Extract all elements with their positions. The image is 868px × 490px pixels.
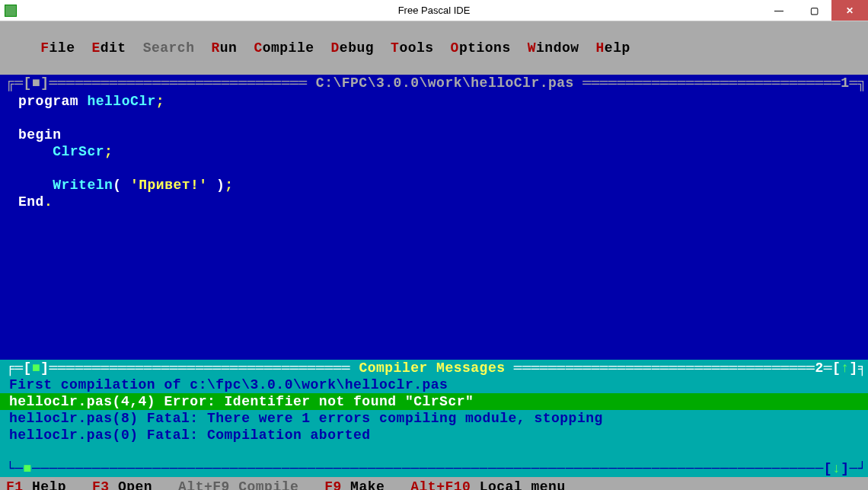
- compiler-error-line[interactable]: helloclr.pas(4,4) Error: Identifier not …: [0, 393, 868, 410]
- status-label: Local menu: [471, 479, 565, 490]
- menu-label: indow: [536, 40, 579, 56]
- editor-window[interactable]: ╔═[■]══════════════════════════════ C:\F…: [0, 75, 868, 360]
- menu-hotkey: O: [451, 40, 459, 56]
- status-label: Open: [110, 479, 153, 490]
- maximize-button[interactable]: ▢: [796, 0, 831, 21]
- token-kw: program: [18, 94, 87, 109]
- token-kw: ): [208, 178, 225, 193]
- status-item-open[interactable]: F3 Open: [92, 479, 152, 490]
- status-label: Make: [342, 479, 385, 490]
- menu-tools[interactable]: Tools: [391, 40, 434, 56]
- menu-label: ptions: [459, 40, 511, 56]
- code-line[interactable]: End.: [18, 194, 854, 210]
- token-call: Writeln: [53, 178, 113, 193]
- menu-debug[interactable]: Debug: [331, 40, 375, 56]
- token-ident: helloClr: [87, 94, 155, 109]
- compiler-message-line[interactable]: First compilation of c:\fpc\3.0.0\work\h…: [6, 376, 862, 393]
- status-hotkey: F9: [324, 479, 342, 490]
- menu-hotkey: W: [528, 40, 536, 56]
- minimize-button[interactable]: —: [761, 0, 796, 21]
- code-line[interactable]: [18, 160, 854, 177]
- status-label: Compile: [230, 479, 298, 490]
- code-line[interactable]: Writeln( 'Привет!' );: [18, 177, 854, 194]
- token-call: ClrScr: [53, 144, 104, 159]
- window-titlebar: Free Pascal IDE — ▢ ✕: [0, 0, 868, 21]
- compiler-scrollbar-bottom[interactable]: └─■─────────────────────────────────────…: [6, 460, 862, 477]
- token-kw: begin: [18, 127, 62, 143]
- menu-edit[interactable]: Edit: [91, 40, 126, 56]
- menu-hotkey: C: [254, 40, 262, 56]
- token-str: 'Привет!': [130, 178, 208, 193]
- token-kw: End: [18, 194, 44, 210]
- app-icon: [5, 5, 17, 17]
- compiler-blank-line: [6, 444, 862, 460]
- compiler-message-line[interactable]: helloclr.pas(0) Fatal: Compilation abort…: [6, 427, 862, 444]
- menu-label: ompile: [263, 40, 314, 56]
- menu-hotkey: E: [91, 40, 100, 56]
- menu-label: ebug: [340, 40, 374, 56]
- code-line[interactable]: program helloClr;: [18, 93, 854, 110]
- token-semi: ;: [225, 178, 233, 193]
- menu-label: elp: [605, 40, 630, 56]
- window-title: Free Pascal IDE: [0, 5, 868, 16]
- status-hotkey: Alt+F10: [410, 479, 471, 490]
- token-kw: (: [113, 178, 130, 193]
- menu-label: earch: [152, 40, 195, 56]
- menu-compile[interactable]: Compile: [254, 40, 314, 56]
- menu-bar: FileEditSearchRunCompileDebugToolsOption…: [0, 21, 868, 75]
- code-line[interactable]: ClrScr;: [18, 143, 854, 160]
- code-line[interactable]: begin: [18, 127, 854, 143]
- compiler-messages-panel[interactable]: ╒═[■]═══════════════════════════════════…: [0, 360, 868, 477]
- menu-run[interactable]: Run: [211, 40, 237, 56]
- token-plain: [18, 178, 53, 193]
- menu-label: ools: [399, 40, 433, 56]
- compiler-message-line[interactable]: helloclr.pas(8) Fatal: There were 1 erro…: [6, 410, 862, 427]
- menu-hotkey: R: [211, 40, 219, 56]
- menu-hotkey: D: [331, 40, 340, 56]
- menu-options[interactable]: Options: [451, 40, 511, 56]
- menu-hotkey: F: [40, 40, 49, 56]
- status-bar: F1 Help F3 Open Alt+F9 Compile F9 Make A…: [0, 477, 868, 490]
- code-line[interactable]: [18, 110, 854, 127]
- token-semi: ;: [156, 94, 164, 109]
- menu-file[interactable]: File: [40, 40, 75, 56]
- status-hotkey: F1: [6, 479, 24, 490]
- editor-frame-top: ╔═[■]══════════════════════════════ C:\F…: [0, 75, 868, 91]
- status-item-local-menu[interactable]: Alt+F10 Local menu: [410, 479, 565, 490]
- status-hotkey: F3: [92, 479, 110, 490]
- menu-help[interactable]: Help: [596, 40, 630, 56]
- token-semi: ;: [104, 144, 113, 159]
- token-semi: .: [44, 194, 53, 210]
- status-item-help[interactable]: F1 Help: [6, 479, 66, 490]
- status-item-make[interactable]: F9 Make: [324, 479, 385, 490]
- menu-window[interactable]: Window: [528, 40, 579, 56]
- close-button[interactable]: ✕: [831, 0, 868, 21]
- status-label: Help: [24, 479, 67, 490]
- status-hotkey: Alt+F9: [178, 479, 230, 490]
- source-code[interactable]: program helloClr; begin ClrScr; Writeln(…: [18, 91, 854, 210]
- menu-label: un: [220, 40, 238, 56]
- menu-label: ile: [49, 40, 75, 56]
- menu-hotkey: H: [596, 40, 605, 56]
- token-plain: [18, 144, 53, 159]
- menu-hotkey: T: [391, 40, 399, 56]
- status-item-compile[interactable]: Alt+F9 Compile: [178, 479, 298, 490]
- compiler-frame-top: ╒═[■]═══════════════════════════════════…: [6, 360, 862, 376]
- menu-hotkey: S: [143, 40, 152, 56]
- menu-label: dit: [101, 40, 126, 56]
- menu-search[interactable]: Search: [143, 40, 195, 56]
